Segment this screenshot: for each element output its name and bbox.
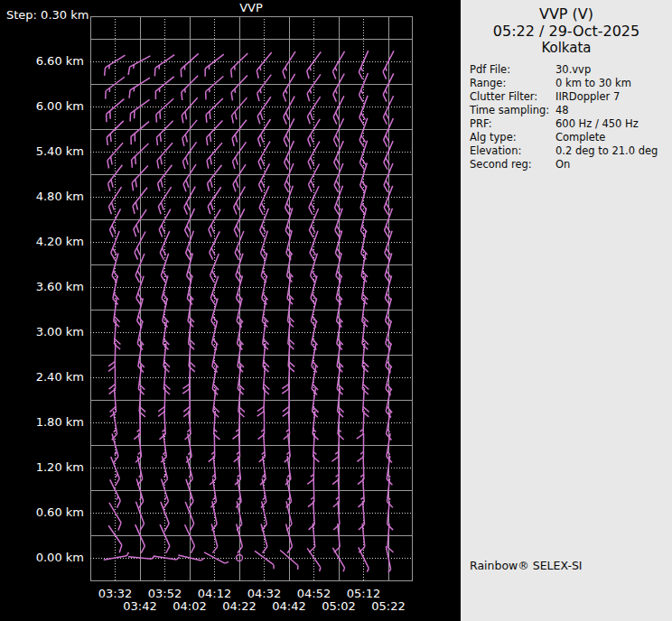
wind-barb [357, 73, 373, 102]
wind-barb [108, 388, 117, 417]
wind-barb [330, 548, 346, 572]
wind-barb [178, 552, 204, 561]
wind-barb [381, 96, 399, 124]
wind-barb [381, 73, 399, 101]
y-axis-label: 3.60 km [3, 280, 84, 294]
vvp-plot-panel: VVP Step: 0.30 km 6.60 km6.00 km5.40 km4… [0, 0, 461, 621]
wind-barb [382, 186, 398, 215]
height-step-label: Step: 0.30 km [6, 8, 89, 22]
wind-barb [181, 164, 201, 191]
wind-barb [206, 209, 226, 237]
product-title: VVP (V) [461, 0, 672, 23]
wind-barb [256, 119, 276, 146]
x-axis-label: 04:12 [188, 588, 242, 600]
wind-barb [332, 163, 349, 192]
y-axis-label: 3.00 km [3, 325, 84, 339]
y-axis-label: 0.60 km [3, 505, 84, 520]
wind-barb [205, 524, 219, 552]
detail-label: Time sampling: [470, 104, 555, 117]
wind-barb [112, 275, 124, 304]
wind-barb [336, 343, 347, 372]
y-axis-label: 1.80 km [3, 415, 84, 430]
wind-barb [311, 366, 322, 394]
wind-barb [231, 187, 251, 215]
wind-barb [103, 525, 125, 552]
detail-row: Pdf File:30.vvp [470, 63, 672, 77]
wind-barb [154, 121, 178, 145]
wind-barb [332, 141, 350, 170]
y-axis-label: 4.20 km [3, 235, 84, 249]
wind-barb [237, 320, 248, 349]
detail-label: Alg type: [470, 131, 555, 144]
wind-barb [381, 118, 398, 147]
detail-value: 30.vvp [555, 63, 591, 77]
wind-barb [163, 320, 173, 349]
wind-barb [382, 163, 399, 192]
wind-barb [287, 298, 297, 327]
wind-barb [126, 78, 153, 98]
wind-barb [304, 97, 325, 124]
wind-barb [280, 51, 301, 79]
wind-barb [282, 141, 299, 170]
wind-barb [310, 320, 322, 349]
info-panel: VVP (V) 05:22 / 29-Oct-2025 Kolkata Pdf … [461, 0, 672, 621]
wind-barb [202, 98, 228, 123]
wind-barb [361, 298, 371, 327]
wind-barb [154, 552, 180, 560]
wind-barb [254, 52, 276, 79]
wind-barb [280, 524, 294, 552]
wind-barb [255, 524, 268, 552]
wind-barb [257, 186, 275, 215]
detail-value: 0.2 deg to 21.0 deg [555, 144, 658, 158]
wind-barb [211, 366, 222, 394]
detail-label: Range: [470, 77, 555, 90]
wind-barb [238, 366, 247, 394]
wind-barb [157, 209, 176, 237]
wind-barb [262, 320, 272, 349]
wind-barb [236, 298, 248, 327]
wind-barb [130, 188, 153, 214]
y-axis-label: 4.80 km [3, 190, 84, 204]
x-axis-label: 04:52 [287, 588, 341, 600]
wind-barb [331, 74, 350, 102]
wind-barb [129, 524, 146, 553]
y-axis-label: 6.60 km [3, 54, 84, 69]
wind-barb [106, 433, 119, 462]
wind-barb [331, 96, 350, 124]
wind-barb [335, 275, 348, 304]
x-axis-label: 03:42 [113, 600, 167, 613]
wind-barb [233, 231, 249, 260]
detail-label: Clutter Filter: [470, 90, 555, 104]
wind-barb [105, 457, 121, 486]
wind-barb [337, 366, 347, 394]
wind-barb [336, 298, 348, 327]
detail-row: Elevation:0.2 deg to 21.0 deg [470, 144, 672, 158]
wind-barb [387, 456, 397, 485]
wind-barb [155, 187, 176, 214]
wind-barb [278, 551, 300, 570]
wind-barb [162, 298, 173, 327]
y-axis-label: 2.40 km [3, 370, 84, 385]
wind-barb [311, 343, 322, 372]
wind-barb [305, 119, 325, 147]
wind-barb [128, 553, 154, 559]
brand-text: Rainbow® SELEX-SI [470, 559, 583, 572]
wind-barb [385, 388, 397, 417]
wind-barb [104, 503, 124, 531]
x-axis-label: 05:12 [337, 588, 391, 600]
wind-barb [180, 479, 195, 508]
x-axis-label: 05:22 [361, 600, 415, 613]
detail-row: Clutter Filter:IIRDoppler 7 [470, 90, 672, 104]
wind-barb [361, 275, 372, 304]
wind-barb [305, 142, 325, 170]
wind-barb [258, 209, 275, 237]
detail-value: 600 Hz / 450 Hz [555, 117, 639, 131]
wind-barb [179, 120, 201, 146]
wind-barb [257, 163, 275, 191]
plot-title: VVP [215, 1, 287, 14]
wind-barb [204, 165, 227, 191]
y-axis-label: 6.00 km [3, 99, 84, 114]
detail-value: On [555, 158, 570, 171]
wind-barb [357, 51, 374, 79]
wind-barb [307, 186, 325, 214]
